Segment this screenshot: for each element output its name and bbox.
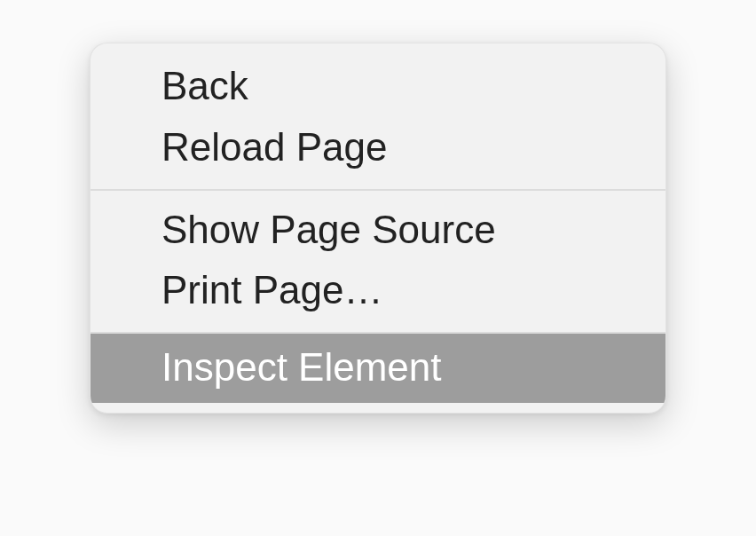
context-menu: Back Reload Page Show Page Source Print … xyxy=(90,43,666,414)
menu-item-inspect-element[interactable]: Inspect Element xyxy=(91,334,665,404)
menu-separator xyxy=(91,189,665,191)
menu-item-reload-page[interactable]: Reload Page xyxy=(91,117,665,178)
menu-item-print-page[interactable]: Print Page… xyxy=(91,260,665,321)
menu-item-show-page-source[interactable]: Show Page Source xyxy=(91,200,665,261)
menu-item-back[interactable]: Back xyxy=(91,56,665,117)
menu-bottom-spacer xyxy=(91,403,665,406)
